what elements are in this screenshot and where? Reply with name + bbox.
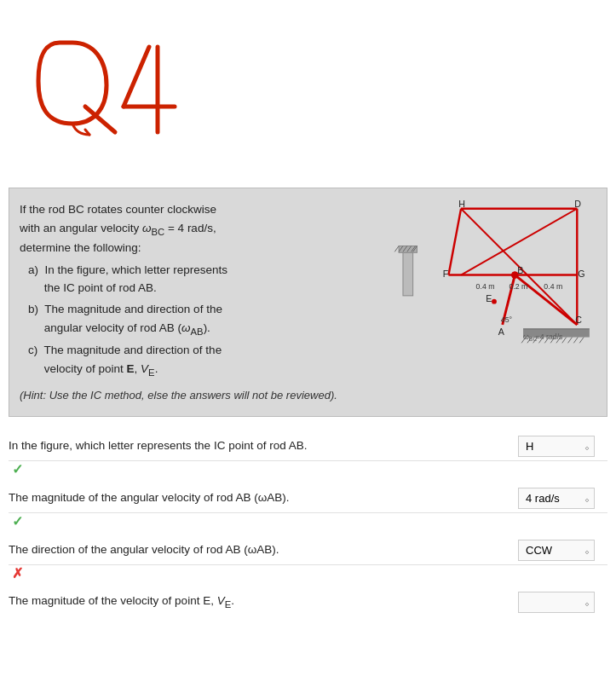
qa-select-wrapper-2[interactable]: 4 rad/s 2 rad/s 6 rad/s 8 rad/s <box>518 488 595 509</box>
svg-line-15 <box>394 246 399 252</box>
qa-select-wrapper-1[interactable]: H A B C D E F G <box>518 436 595 457</box>
qa-select-wrapper-4[interactable] <box>518 592 595 613</box>
qa-input-row-1: H A B C D E F G <box>518 436 595 457</box>
qa-row-4: The magnitude of the velocity of point E… <box>9 581 607 616</box>
svg-text:B: B <box>517 265 523 275</box>
qa-row-1: In the figure, which letter represents t… <box>9 425 607 461</box>
problem-text: If the rod BC rotates counter clockwise … <box>20 200 383 407</box>
problem-box: If the rod BC rotates counter clockwise … <box>9 188 607 417</box>
qa-question-3: The direction of the angular velocity of… <box>9 542 497 558</box>
svg-text:0.2 m: 0.2 m <box>509 282 528 291</box>
correct-icon-2: ✓ <box>12 513 23 529</box>
qa-question-4: The magnitude of the velocity of point E… <box>9 593 497 611</box>
handwritten-area <box>0 0 616 188</box>
qa-answer-area-2: 4 rad/s 2 rad/s 6 rad/s 8 rad/s <box>505 488 607 509</box>
svg-text:45°: 45° <box>501 315 512 324</box>
qa-answer-area-4 <box>505 592 607 613</box>
svg-text:A: A <box>498 327 505 337</box>
svg-text:G: G <box>578 269 584 279</box>
qa-status-row-2: ✓ <box>9 513 607 529</box>
problem-hint: (Hint: Use the IC method, else the answe… <box>20 387 383 405</box>
diagram-area: B E H D F G C A 0.4 m 0.2 m 0.4 m 45° ω … <box>392 200 596 407</box>
qa-select-wrapper-3[interactable]: CCW CW <box>518 540 595 561</box>
qa-section: In the figure, which letter represents t… <box>0 417 616 616</box>
qa-input-row-4 <box>518 592 595 613</box>
svg-text:=4 rad/s: =4 rad/s <box>536 332 563 341</box>
svg-text:C: C <box>575 315 582 325</box>
diagram-svg: B E H D F G C A 0.4 m 0.2 m 0.4 m 45° ω … <box>392 200 596 354</box>
correct-icon-1: ✓ <box>12 461 23 477</box>
svg-line-12 <box>579 338 584 344</box>
qa-input-row-3: CCW CW <box>518 540 595 561</box>
svg-rect-13 <box>403 250 413 296</box>
qa-select-2[interactable]: 4 rad/s 2 rad/s 6 rad/s 8 rad/s <box>518 488 595 509</box>
svg-line-10 <box>568 338 573 344</box>
svg-text:F: F <box>443 269 449 279</box>
qa-status-row-3: ✗ <box>9 565 607 581</box>
svg-line-25 <box>448 209 461 275</box>
qa-question-1: In the figure, which letter represents t… <box>9 438 497 454</box>
qa-row-3: The direction of the angular velocity of… <box>9 529 607 565</box>
problem-parts: a) In the figure, which letter represent… <box>20 261 383 380</box>
qa-row-2: The magnitude of the angular velocity of… <box>9 477 607 513</box>
incorrect-icon-3: ✗ <box>12 565 23 581</box>
qa-status-row-1: ✓ <box>9 461 607 477</box>
problem-intro: If the rod BC rotates counter clockwise … <box>20 200 383 257</box>
svg-text:E: E <box>486 293 492 303</box>
svg-text:H: H <box>458 200 465 209</box>
qa-input-row-2: 4 rad/s 2 rad/s 6 rad/s 8 rad/s <box>518 488 595 509</box>
qa-select-3[interactable]: CCW CW <box>518 540 595 561</box>
qa-select-1[interactable]: H A B C D E F G <box>518 436 595 457</box>
problem-part-c: c) The magnitude and direction of the ve… <box>28 341 383 379</box>
handwritten-svg <box>26 9 264 179</box>
problem-part-b: b) The magnitude and direction of the an… <box>28 300 383 338</box>
svg-text:0.4 m: 0.4 m <box>544 282 562 291</box>
svg-text:0.4 m: 0.4 m <box>476 282 495 291</box>
qa-answer-area-3: CCW CW <box>505 540 607 561</box>
svg-line-11 <box>573 338 578 344</box>
svg-point-31 <box>492 299 497 304</box>
problem-part-a: a) In the figure, which letter represent… <box>28 261 383 298</box>
svg-text:D: D <box>574 200 581 209</box>
qa-question-2: The magnitude of the angular velocity of… <box>9 490 497 506</box>
qa-answer-area-1: H A B C D E F G <box>505 436 607 457</box>
qa-select-4[interactable] <box>518 592 595 613</box>
